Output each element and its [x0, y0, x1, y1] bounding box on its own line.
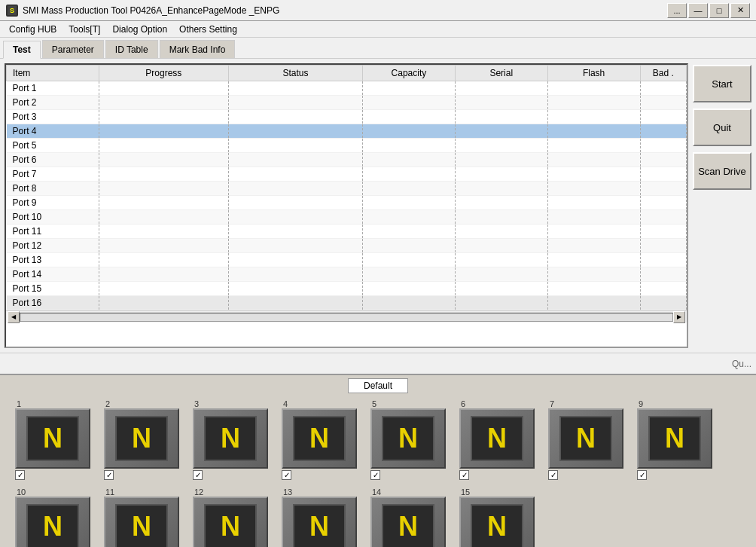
menu-dialog-option[interactable]: Dialog Option: [106, 23, 173, 36]
cell-col6: [640, 110, 686, 124]
table-row[interactable]: Port 16: [7, 296, 687, 310]
menu-bar: Config HUB Tools[T] Dialog Option Others…: [0, 21, 756, 38]
port-number-label: 14: [370, 487, 381, 497]
cell-col4: [455, 124, 547, 139]
port-icon[interactable]: N: [282, 497, 357, 547]
menu-config-hub[interactable]: Config HUB: [3, 23, 62, 36]
port-icon[interactable]: N: [370, 497, 446, 547]
port-number-label: 3: [193, 399, 199, 408]
cell-col5: [547, 225, 640, 239]
table-row[interactable]: Port 15: [7, 282, 687, 296]
port-checkbox[interactable]: [193, 470, 203, 480]
cell-col3: [362, 110, 455, 124]
cell-col3: [362, 225, 455, 239]
cell-col2: [228, 153, 362, 167]
port-number-label: 7: [548, 399, 554, 408]
port-icon[interactable]: N: [282, 408, 357, 469]
port-icon[interactable]: N: [15, 497, 90, 547]
port-item: 1N: [15, 399, 98, 481]
cell-col2: [228, 124, 362, 139]
upper-section: Item Progress Status Capacity Serial Fla…: [0, 59, 756, 353]
cell-col4: [455, 239, 547, 253]
port-icon[interactable]: N: [548, 408, 623, 469]
port-icon[interactable]: N: [370, 408, 446, 469]
port-checkbox[interactable]: [548, 470, 558, 480]
scroll-right-button[interactable]: ▶: [673, 311, 685, 323]
cell-col2: [228, 210, 362, 225]
table-row[interactable]: Port 9: [7, 196, 687, 210]
port-item: 2N: [104, 399, 187, 481]
maximize-button[interactable]: □: [709, 3, 729, 18]
port-icon[interactable]: N: [104, 408, 179, 469]
tab-test[interactable]: Test: [3, 41, 41, 59]
menu-tools[interactable]: Tools[T]: [62, 23, 106, 36]
cell-col2: [228, 139, 362, 153]
port-item: 9N: [637, 399, 720, 481]
port-icon[interactable]: N: [459, 408, 535, 469]
col-serial: Serial: [455, 66, 547, 81]
cell-col1: [99, 81, 228, 96]
menu-others-setting[interactable]: Others Setting: [173, 23, 243, 36]
cell-col3: [362, 81, 455, 96]
port-checkbox[interactable]: [637, 470, 647, 480]
port-icon-letter: N: [115, 504, 168, 547]
table-row[interactable]: Port 7: [7, 167, 687, 182]
scan-drive-button[interactable]: Scan Drive: [693, 152, 751, 190]
table-row[interactable]: Port 3: [7, 110, 687, 124]
cell-item: Port 3: [7, 110, 99, 124]
port-item: 14N: [370, 487, 453, 547]
tab-mark-bad-info[interactable]: Mark Bad Info: [160, 40, 236, 58]
table-row[interactable]: Port 4: [7, 124, 687, 139]
port-checkbox[interactable]: [459, 470, 469, 480]
cell-col1: [99, 196, 228, 210]
port-checkbox-row: [370, 469, 380, 481]
table-row[interactable]: Port 12: [7, 239, 687, 253]
ports-grid: 1N2N3N4N5N6N7N9N10N11N12N13N14N15N: [0, 395, 756, 547]
table-row[interactable]: Port 8: [7, 182, 687, 196]
table-scroll[interactable]: Item Progress Status Capacity Serial Fla…: [6, 65, 687, 310]
cell-col6: [640, 196, 686, 210]
cell-col3: [362, 139, 455, 153]
tab-parameter[interactable]: Parameter: [42, 40, 104, 58]
port-icon[interactable]: N: [193, 408, 268, 469]
cell-item: Port 4: [7, 124, 99, 139]
port-icon[interactable]: N: [193, 497, 268, 547]
port-number-label: 12: [193, 487, 203, 497]
close-button[interactable]: ✕: [730, 3, 750, 18]
table-row[interactable]: Port 1: [7, 81, 687, 96]
table-row[interactable]: Port 13: [7, 253, 687, 267]
cell-item: Port 11: [7, 225, 99, 239]
table-row[interactable]: Port 5: [7, 139, 687, 153]
quit-button[interactable]: Quit: [693, 108, 751, 146]
horizontal-scrollbar[interactable]: ◀ ▶: [6, 310, 687, 322]
port-icon[interactable]: N: [15, 408, 90, 469]
scroll-left-button[interactable]: ◀: [8, 311, 20, 323]
table-row[interactable]: Port 10: [7, 210, 687, 225]
minimize-button2[interactable]: —: [688, 3, 708, 18]
port-icon[interactable]: N: [104, 497, 179, 547]
cell-col2: [228, 225, 362, 239]
port-checkbox[interactable]: [282, 470, 291, 480]
table-row[interactable]: Port 14: [7, 267, 687, 282]
table-row[interactable]: Port 2: [7, 96, 687, 110]
cell-col6: [640, 81, 686, 96]
bottom-bar: Qu...: [0, 353, 756, 374]
port-icon[interactable]: N: [637, 408, 712, 469]
minimize-button[interactable]: ...: [667, 3, 687, 18]
table-row[interactable]: Port 6: [7, 153, 687, 167]
tab-id-table[interactable]: ID Table: [105, 40, 158, 58]
scrollbar-track[interactable]: [20, 313, 673, 322]
port-checkbox[interactable]: [15, 470, 25, 480]
app-icon: S: [6, 5, 18, 17]
cell-col5: [547, 267, 640, 282]
cell-col4: [455, 153, 547, 167]
port-icon[interactable]: N: [459, 497, 535, 547]
quit-status-text: Qu...: [732, 359, 751, 369]
port-checkbox[interactable]: [104, 470, 114, 480]
cell-col1: [99, 225, 228, 239]
table-row[interactable]: Port 11: [7, 225, 687, 239]
start-button[interactable]: Start: [693, 65, 751, 102]
port-icon-letter: N: [204, 504, 257, 547]
port-checkbox[interactable]: [370, 470, 380, 480]
cell-col5: [547, 110, 640, 124]
